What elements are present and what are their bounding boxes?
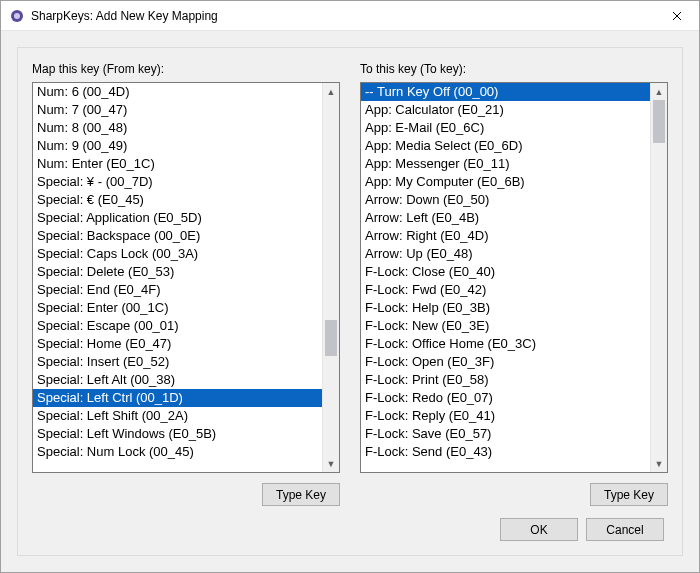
to-key-buttons: Type Key bbox=[360, 483, 668, 506]
list-item[interactable]: App: E-Mail (E0_6C) bbox=[361, 119, 650, 137]
dialog-window: SharpKeys: Add New Key Mapping Map this … bbox=[0, 0, 700, 573]
list-item[interactable]: F-Lock: Help (E0_3B) bbox=[361, 299, 650, 317]
to-type-key-button[interactable]: Type Key bbox=[590, 483, 668, 506]
from-type-key-button[interactable]: Type Key bbox=[262, 483, 340, 506]
list-item[interactable]: Special: Enter (00_1C) bbox=[33, 299, 322, 317]
list-item[interactable]: Special: Application (E0_5D) bbox=[33, 209, 322, 227]
list-item[interactable]: Arrow: Down (E0_50) bbox=[361, 191, 650, 209]
list-item[interactable]: F-Lock: Redo (E0_07) bbox=[361, 389, 650, 407]
list-item[interactable]: App: Calculator (E0_21) bbox=[361, 101, 650, 119]
client-area: Map this key (From key): Num: 6 (00_4D)N… bbox=[1, 31, 699, 572]
list-item[interactable]: Special: Left Ctrl (00_1D) bbox=[33, 389, 322, 407]
window-title: SharpKeys: Add New Key Mapping bbox=[31, 9, 654, 23]
inner-panel: Map this key (From key): Num: 6 (00_4D)N… bbox=[17, 47, 683, 556]
scroll-up-icon[interactable]: ▲ bbox=[323, 83, 339, 100]
scroll-track[interactable] bbox=[323, 100, 339, 455]
titlebar: SharpKeys: Add New Key Mapping bbox=[1, 1, 699, 31]
list-item[interactable]: F-Lock: Open (E0_3F) bbox=[361, 353, 650, 371]
list-item[interactable]: Special: Delete (E0_53) bbox=[33, 263, 322, 281]
list-item[interactable]: Special: Num Lock (00_45) bbox=[33, 443, 322, 461]
svg-point-1 bbox=[14, 13, 20, 19]
list-item[interactable]: F-Lock: Send (E0_43) bbox=[361, 443, 650, 461]
scroll-thumb[interactable] bbox=[653, 100, 665, 143]
list-item[interactable]: Arrow: Right (E0_4D) bbox=[361, 227, 650, 245]
list-item[interactable]: Special: Insert (E0_52) bbox=[33, 353, 322, 371]
from-key-group: Map this key (From key): Num: 6 (00_4D)N… bbox=[32, 62, 340, 506]
list-item[interactable]: Special: Backspace (00_0E) bbox=[33, 227, 322, 245]
list-item[interactable]: Num: 6 (00_4D) bbox=[33, 83, 322, 101]
list-item[interactable]: Special: ¥ - (00_7D) bbox=[33, 173, 322, 191]
dialog-buttons: OK Cancel bbox=[32, 506, 668, 545]
from-key-listbox[interactable]: Num: 6 (00_4D)Num: 7 (00_47)Num: 8 (00_4… bbox=[33, 83, 322, 472]
list-item[interactable]: -- Turn Key Off (00_00) bbox=[361, 83, 650, 101]
scroll-down-icon[interactable]: ▼ bbox=[651, 455, 667, 472]
list-item[interactable]: F-Lock: Office Home (E0_3C) bbox=[361, 335, 650, 353]
from-key-label: Map this key (From key): bbox=[32, 62, 340, 76]
app-icon bbox=[9, 8, 25, 24]
list-item[interactable]: Special: Left Windows (E0_5B) bbox=[33, 425, 322, 443]
columns: Map this key (From key): Num: 6 (00_4D)N… bbox=[32, 62, 668, 506]
to-key-scrollbar[interactable]: ▲ ▼ bbox=[650, 83, 667, 472]
list-item[interactable]: App: My Computer (E0_6B) bbox=[361, 173, 650, 191]
scroll-down-icon[interactable]: ▼ bbox=[323, 455, 339, 472]
list-item[interactable]: Special: Left Alt (00_38) bbox=[33, 371, 322, 389]
list-item[interactable]: Special: Home (E0_47) bbox=[33, 335, 322, 353]
list-item[interactable]: F-Lock: Close (E0_40) bbox=[361, 263, 650, 281]
from-key-list-wrap: Num: 6 (00_4D)Num: 7 (00_47)Num: 8 (00_4… bbox=[32, 82, 340, 473]
list-item[interactable]: Arrow: Left (E0_4B) bbox=[361, 209, 650, 227]
list-item[interactable]: F-Lock: Fwd (E0_42) bbox=[361, 281, 650, 299]
scroll-track[interactable] bbox=[651, 100, 667, 455]
list-item[interactable]: F-Lock: Save (E0_57) bbox=[361, 425, 650, 443]
list-item[interactable]: Num: 8 (00_48) bbox=[33, 119, 322, 137]
list-item[interactable]: Special: € (E0_45) bbox=[33, 191, 322, 209]
list-item[interactable]: Special: Left Shift (00_2A) bbox=[33, 407, 322, 425]
list-item[interactable]: Special: Escape (00_01) bbox=[33, 317, 322, 335]
list-item[interactable]: Special: End (E0_4F) bbox=[33, 281, 322, 299]
to-key-group: To this key (To key): -- Turn Key Off (0… bbox=[360, 62, 668, 506]
from-key-buttons: Type Key bbox=[32, 483, 340, 506]
scroll-up-icon[interactable]: ▲ bbox=[651, 83, 667, 100]
list-item[interactable]: Special: Caps Lock (00_3A) bbox=[33, 245, 322, 263]
list-item[interactable]: F-Lock: Print (E0_58) bbox=[361, 371, 650, 389]
list-item[interactable]: Num: 9 (00_49) bbox=[33, 137, 322, 155]
cancel-button[interactable]: Cancel bbox=[586, 518, 664, 541]
list-item[interactable]: F-Lock: New (E0_3E) bbox=[361, 317, 650, 335]
from-key-scrollbar[interactable]: ▲ ▼ bbox=[322, 83, 339, 472]
list-item[interactable]: App: Messenger (E0_11) bbox=[361, 155, 650, 173]
list-item[interactable]: App: Media Select (E0_6D) bbox=[361, 137, 650, 155]
list-item[interactable]: F-Lock: Reply (E0_41) bbox=[361, 407, 650, 425]
to-key-listbox[interactable]: -- Turn Key Off (00_00)App: Calculator (… bbox=[361, 83, 650, 472]
list-item[interactable]: Num: 7 (00_47) bbox=[33, 101, 322, 119]
list-item[interactable]: Num: Enter (E0_1C) bbox=[33, 155, 322, 173]
list-item[interactable]: Arrow: Up (E0_48) bbox=[361, 245, 650, 263]
to-key-list-wrap: -- Turn Key Off (00_00)App: Calculator (… bbox=[360, 82, 668, 473]
to-key-label: To this key (To key): bbox=[360, 62, 668, 76]
scroll-thumb[interactable] bbox=[325, 320, 337, 356]
ok-button[interactable]: OK bbox=[500, 518, 578, 541]
close-button[interactable] bbox=[654, 1, 699, 30]
